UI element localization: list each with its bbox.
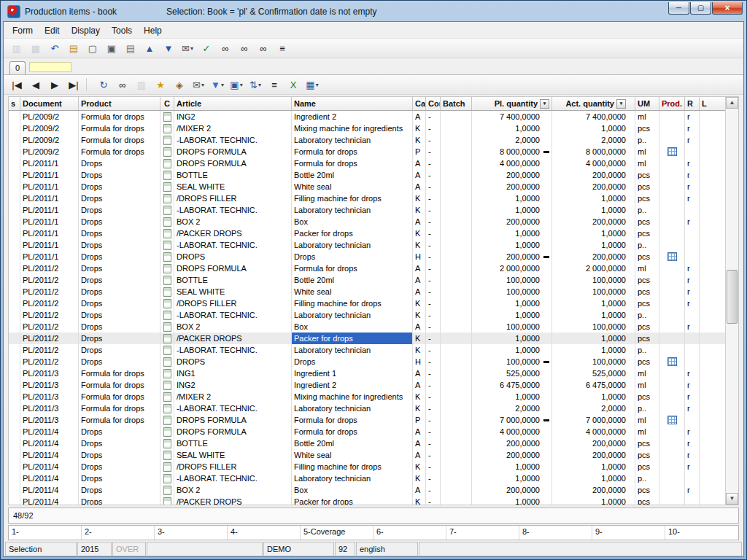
cell-prod[interactable] — [659, 262, 685, 274]
cell-r[interactable]: r — [685, 461, 700, 472]
cell-product[interactable]: Formula for drops — [79, 402, 160, 414]
form-view-icon[interactable]: ▣▾ — [228, 77, 245, 92]
cell-r[interactable]: r — [685, 298, 700, 309]
cell-prod[interactable] — [659, 204, 685, 216]
cell-status[interactable] — [9, 344, 20, 356]
cell-batch[interactable] — [441, 368, 472, 379]
table-row[interactable]: PL/2011/3Formula for drops-LABORAT. TECH… — [9, 402, 725, 414]
cell-batch[interactable] — [441, 332, 472, 344]
table-row[interactable]: PL/2011/1Drops-LABORAT. TECHNIC.Laborato… — [9, 204, 725, 216]
cell-prod[interactable] — [659, 426, 685, 438]
column-header-r[interactable]: R — [685, 97, 700, 110]
cell-type[interactable] — [160, 368, 174, 379]
cell-pl-quantity[interactable]: 4 000,0000 — [472, 426, 552, 438]
table-row[interactable]: PL/2011/2DropsSEAL WHITEWhite sealA-100,… — [9, 286, 725, 298]
cell-pl-quantity[interactable]: 200,0000 — [472, 251, 552, 262]
export-excel-icon[interactable]: X — [285, 77, 302, 92]
cell-document[interactable]: PL/2011/1 — [20, 181, 79, 192]
cell-cor[interactable]: - — [426, 169, 441, 181]
cell-r[interactable]: r — [685, 169, 700, 181]
find-marked-icon[interactable]: ∞ — [255, 41, 272, 55]
cell-act-quantity[interactable]: 200,0000 — [552, 181, 635, 192]
cell-document[interactable]: PL/2011/4 — [20, 438, 79, 449]
cell-um[interactable]: pcs — [635, 438, 659, 449]
table-row[interactable]: PL/2011/3Formula for dropsING1Ingredient… — [9, 368, 725, 379]
cell-article[interactable]: SEAL WHITE — [174, 181, 292, 192]
cell-pl-quantity[interactable]: 6 475,0000 — [472, 379, 552, 391]
cell-l[interactable] — [700, 192, 725, 204]
cell-prod[interactable] — [659, 181, 685, 192]
cell-cor[interactable]: - — [426, 438, 441, 449]
cell-prod[interactable] — [659, 449, 685, 461]
first-record-icon[interactable]: |◀ — [8, 77, 26, 92]
cell-product[interactable]: Drops — [79, 204, 160, 216]
cell-l[interactable] — [700, 216, 725, 228]
cell-um[interactable]: pcs — [635, 461, 659, 472]
cell-name[interactable]: Laboratory technician — [292, 239, 413, 251]
production-report-icon[interactable] — [667, 252, 677, 261]
cell-pl-quantity[interactable]: 200,0000 — [472, 216, 552, 228]
cell-cor[interactable]: - — [426, 321, 441, 332]
cell-name[interactable]: Drops — [292, 356, 413, 368]
cell-um[interactable]: ml — [635, 146, 659, 158]
cell-act-quantity[interactable]: 1,0000 — [552, 344, 635, 356]
menu-help[interactable]: Help — [138, 23, 168, 37]
table-row[interactable]: PL/2011/4DropsBOX 2BoxA-200,0000200,0000… — [9, 484, 725, 496]
cell-prod[interactable] — [659, 414, 685, 426]
cell-prod[interactable] — [659, 298, 685, 309]
cell-um[interactable]: ml — [635, 379, 659, 391]
cell-act-quantity[interactable]: 1,0000 — [552, 472, 635, 484]
cell-batch[interactable] — [441, 461, 472, 472]
cell-batch[interactable] — [441, 484, 472, 496]
cell-status[interactable] — [9, 181, 20, 192]
cell-status[interactable] — [9, 379, 20, 391]
new-document-icon[interactable]: ▢ — [84, 41, 101, 55]
table-row[interactable]: PL/2011/2Drops/PACKER DROPSPacker for dr… — [9, 332, 725, 344]
cell-product[interactable]: Drops — [79, 426, 160, 438]
cell-product[interactable]: Drops — [79, 274, 160, 286]
cell-pl-quantity[interactable]: 200,0000 — [472, 169, 552, 181]
cell-batch[interactable] — [441, 298, 472, 309]
table-row[interactable]: PL/2011/1Drops/PACKER DROPSPacker for dr… — [9, 228, 725, 239]
selected-cell-name[interactable]: Packer for drops — [292, 332, 413, 344]
cell-cor[interactable]: - — [426, 146, 441, 158]
cell-l[interactable] — [700, 472, 725, 484]
cell-um[interactable]: ml — [635, 368, 659, 379]
quick-search-field[interactable] — [29, 62, 71, 72]
cell-name[interactable]: Filling machine for drops — [292, 298, 413, 309]
cell-cat[interactable]: K — [413, 472, 426, 484]
cell-l[interactable] — [700, 309, 725, 321]
cell-r[interactable]: r — [685, 426, 700, 438]
cell-um[interactable]: p.. — [635, 204, 659, 216]
cell-product[interactable]: Drops — [79, 216, 160, 228]
cell-batch[interactable] — [441, 426, 472, 438]
cell-r[interactable] — [685, 414, 700, 426]
cell-article[interactable]: -LABORAT. TECHNIC. — [174, 402, 292, 414]
cell-product[interactable]: Drops — [79, 228, 160, 239]
cell-article[interactable]: DROPS FORMULA — [174, 146, 292, 158]
cell-type[interactable] — [160, 181, 174, 192]
cell-prod[interactable] — [659, 239, 685, 251]
cell-prod[interactable] — [659, 169, 685, 181]
cell-prod[interactable] — [659, 111, 685, 122]
cell-cor[interactable]: - — [426, 274, 441, 286]
cell-document[interactable]: PL/2011/4 — [20, 461, 79, 472]
cell-l[interactable] — [700, 181, 725, 192]
cell-article[interactable]: DROPS FORMULA — [174, 426, 292, 438]
cell-cat[interactable]: K — [413, 192, 426, 204]
cell-l[interactable] — [700, 461, 725, 472]
cell-name[interactable]: White seal — [292, 449, 413, 461]
cell-cor[interactable]: - — [426, 402, 441, 414]
table-row[interactable]: PL/2009/2Formula for drops/MIXER 2Mixing… — [9, 122, 725, 134]
previous-record-icon[interactable]: ◀ — [27, 77, 44, 92]
cell-r[interactable] — [685, 496, 700, 505]
cell-l[interactable] — [700, 402, 725, 414]
cell-article[interactable]: -LABORAT. TECHNIC. — [174, 204, 292, 216]
cell-product[interactable]: Drops — [79, 332, 160, 344]
cell-act-quantity[interactable]: 1,0000 — [552, 204, 635, 216]
cell-l[interactable] — [700, 332, 725, 344]
cell-l[interactable] — [700, 134, 725, 146]
cell-r[interactable]: r — [685, 449, 700, 461]
cell-act-quantity[interactable]: 200,0000 — [552, 438, 635, 449]
cell-pl-quantity[interactable]: 1,0000 — [472, 239, 552, 251]
